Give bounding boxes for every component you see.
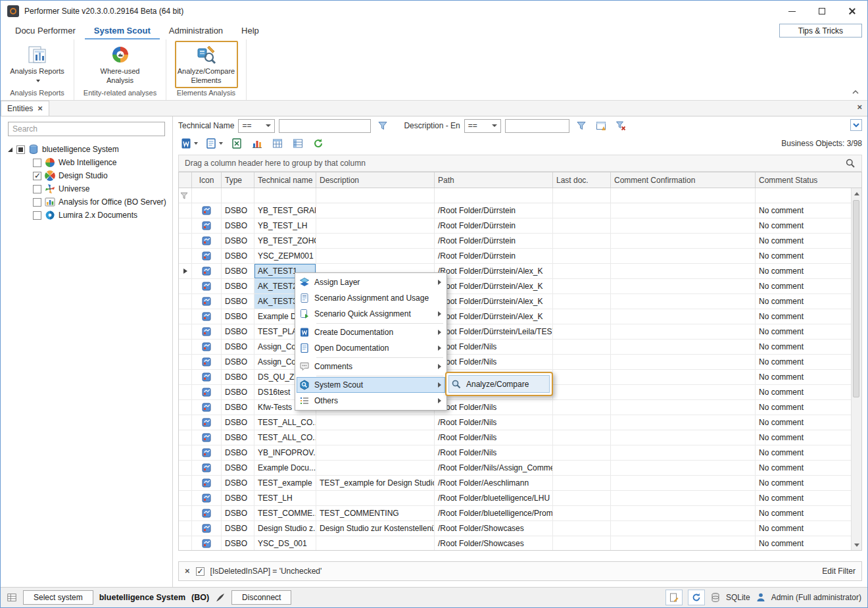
table-row[interactable]: DSBOExample Docu.../Root Folder/Nils/Ass…	[179, 461, 851, 476]
cell-technical-name[interactable]: YB_TEST_LH	[254, 218, 316, 233]
table-row[interactable]: DSBODesign Studio z...Design Studio zur …	[179, 521, 851, 536]
table-row[interactable]: DSBOTEST_PLANN.../Root Folder/Dürrstein/…	[179, 324, 851, 340]
filter-options-button[interactable]	[850, 119, 862, 131]
tree-node-design-studio[interactable]: Design Studio	[8, 169, 165, 182]
column-header-description[interactable]: Description	[316, 172, 435, 188]
filter-row-indicator[interactable]	[179, 188, 192, 203]
cell-technical-name[interactable]: TEST_LH	[254, 491, 316, 505]
table-row[interactable]: DSBOAssign_Comm.../Root Folder/NilsNo co…	[179, 340, 851, 355]
cell-technical-name[interactable]: YSC_ZEPM001	[254, 249, 316, 263]
tree-node-universe[interactable]: Universe	[8, 182, 165, 195]
refresh-button[interactable]	[310, 136, 327, 151]
menu-item-create-documentation[interactable]: Create Documentation	[297, 324, 445, 340]
clear-filter-button[interactable]	[613, 118, 629, 133]
filter-cell[interactable]	[553, 188, 611, 203]
ribbon-button-analysis-reports[interactable]: Analysis Reports	[6, 41, 69, 88]
ribbon-tab-system-scout[interactable]: System Scout	[85, 22, 160, 39]
column-header-last-doc[interactable]: Last doc.	[553, 172, 611, 188]
disconnect-button[interactable]: Disconnect	[231, 590, 291, 605]
tree-node-bluetelligence-system[interactable]: bluetelligence System	[8, 143, 165, 156]
column-header-comment-status[interactable]: Comment Status	[756, 172, 861, 188]
export-excel-button[interactable]	[228, 136, 245, 151]
tab-entities[interactable]: Entities	[1, 101, 49, 116]
menu-item-assign-layer[interactable]: Assign Layer	[297, 274, 445, 290]
expander-icon[interactable]	[8, 147, 12, 152]
description-filter-button[interactable]	[573, 118, 589, 133]
filter-cell[interactable]	[611, 188, 756, 203]
close-button[interactable]	[837, 1, 867, 22]
table-row[interactable]: DSBOAK_TEST3/Root Folder/Dürrstein/Alex_…	[179, 294, 851, 309]
scroll-down-button[interactable]	[852, 540, 861, 550]
column-header-path[interactable]: Path	[435, 172, 553, 188]
table-row[interactable]: DSBOAK_TEST1/Root Folder/Dürrstein/Alex_…	[179, 264, 851, 279]
column-header-icon[interactable]: Icon	[192, 172, 222, 188]
cell-technical-name[interactable]: YSC_DS_001	[254, 536, 316, 550]
column-header-type[interactable]: Type	[222, 172, 254, 188]
tips-tricks-button[interactable]: Tips & Tricks	[779, 24, 862, 38]
table-row[interactable]: DSBOTEST_ALL_CO.../Root Folder/NilsNo co…	[179, 430, 851, 445]
ribbon-tab-administration[interactable]: Administration	[160, 22, 232, 39]
filter-expression[interactable]: [IsDeletedInSAP] = 'Unchecked'	[210, 567, 322, 576]
description-operator[interactable]: ==	[464, 119, 501, 133]
menu-item-others[interactable]: Others	[297, 393, 445, 409]
table-row[interactable]: DSBOYB_TEST_GRAPH/Root Folder/DürrsteinN…	[179, 203, 851, 218]
create-documentation-button[interactable]	[178, 136, 200, 151]
ribbon-button-analyze-compare-elements[interactable]: Analyze/Compare Elements	[175, 41, 238, 88]
doc-edit-button[interactable]	[665, 590, 683, 605]
chart-button[interactable]	[249, 136, 266, 151]
column-header-technical-name[interactable]: Technical name	[254, 172, 316, 188]
table-row[interactable]: DSBOYSC_ZEPM001/Root Folder/DürrsteinNo …	[179, 249, 851, 264]
menu-item-open-documentation[interactable]: Open Documentation	[297, 340, 445, 356]
table-select-button[interactable]	[269, 136, 286, 151]
filter-cell[interactable]	[192, 188, 222, 203]
table-row[interactable]: DSBOTEST_ALL_CO.../Root Folder/NilsNo co…	[179, 415, 851, 430]
cell-technical-name[interactable]: TEST_COMME...	[254, 506, 316, 520]
menu-item-scenario-quick-assignment[interactable]: Scenario Quick Assignment	[297, 306, 445, 322]
cell-technical-name[interactable]: Design Studio z...	[254, 521, 316, 536]
menu-item-scenario-assignment-and-usage[interactable]: Scenario Assignment and Usage	[297, 290, 445, 306]
technical-name-input[interactable]	[279, 119, 371, 133]
sync-button[interactable]	[688, 590, 705, 605]
ribbon-tab-help[interactable]: Help	[232, 22, 268, 39]
cell-technical-name[interactable]: YB_TEST_GRAPH	[254, 203, 316, 218]
ribbon-button-where-used-analysis[interactable]: Where-used Analysis	[89, 41, 152, 88]
cell-technical-name[interactable]: TEST_example	[254, 476, 316, 490]
checkbox[interactable]	[33, 172, 41, 180]
scroll-up-button[interactable]	[852, 188, 861, 199]
table-columns-button[interactable]	[289, 136, 306, 151]
table-row[interactable]: DSBOYB_INFOPROV.../Root Folder/NilsNo co…	[179, 445, 851, 461]
table-row[interactable]: DSBOExample Doc.../Root Folder/Dürrstein…	[179, 309, 851, 324]
checkbox[interactable]	[33, 159, 41, 167]
table-row[interactable]: DSBOTEST_exampleTEST_example for Design …	[179, 476, 851, 491]
maximize-button[interactable]	[807, 1, 837, 22]
table-row[interactable]: DSBOYSC_DS_001/Root Folder/ShowcasesNo c…	[179, 536, 851, 550]
tree-node-lumira-2-x-documents[interactable]: Lumira 2.x Documents	[8, 209, 165, 222]
checkbox[interactable]	[16, 145, 25, 154]
search-input[interactable]	[8, 122, 165, 136]
remove-filter-icon[interactable]	[185, 567, 190, 576]
grid-filter-button[interactable]	[593, 118, 609, 133]
filter-cell[interactable]	[435, 188, 553, 203]
tree-node-analysis-for-office-bo-server[interactable]: Analysis for Office (BO Server)	[8, 195, 165, 209]
system-list-icon[interactable]	[7, 592, 17, 603]
table-row[interactable]: DSBOTEST_LH/Root Folder/bluetelligence/L…	[179, 491, 851, 506]
menu-item-analyze-compare[interactable]: Analyze/Compare	[448, 375, 550, 393]
open-documentation-button[interactable]	[203, 136, 225, 151]
table-row[interactable]: DSBOKfw-Tests/Root Folder/NilsNo comment	[179, 400, 851, 415]
tab-close-icon[interactable]	[37, 104, 43, 113]
checkbox[interactable]	[33, 211, 41, 220]
table-row[interactable]: DSBOYB_TEST_ZOHO/Root Folder/DürrsteinNo…	[179, 234, 851, 249]
cell-technical-name[interactable]: TEST_ALL_CO...	[254, 430, 316, 445]
table-row[interactable]: DSBOAK_TEST2/Root Folder/Dürrstein/Alex_…	[179, 279, 851, 294]
filter-enabled-checkbox[interactable]	[196, 567, 205, 576]
filter-cell[interactable]	[222, 188, 254, 203]
tree-node-web-intelligence[interactable]: Web Intelligence	[8, 156, 165, 169]
cell-technical-name[interactable]: YB_INFOPROV...	[254, 445, 316, 460]
group-by-bar[interactable]: Drag a column header here to group by th…	[178, 155, 862, 172]
description-input[interactable]	[505, 119, 569, 133]
table-row[interactable]: DSBOTEST_COMME...TEST_COMMENTING/Root Fo…	[179, 506, 851, 521]
table-row[interactable]: DSBOYB_TEST_LH/Root Folder/DürrsteinNo c…	[179, 218, 851, 234]
table-row[interactable]: DSBOAssign_Comm.../Root Folder/NilsNo co…	[179, 355, 851, 370]
column-header-comment-confirmation[interactable]: Comment Confirmation	[611, 172, 756, 188]
checkbox[interactable]	[33, 185, 41, 193]
